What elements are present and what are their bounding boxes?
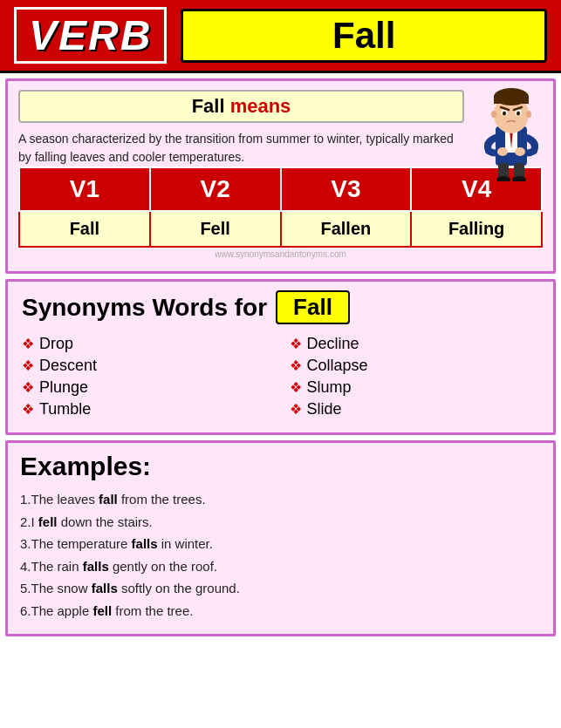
list-item: 1.The leaves fall from the trees. — [20, 488, 541, 511]
diamond-icon: ❖ — [22, 379, 34, 396]
synonym-word: Decline — [307, 335, 359, 353]
diamond-icon: ❖ — [290, 379, 302, 396]
list-item: ❖Plunge — [22, 377, 272, 398]
watermark: www.synonymsandantonyms.com — [18, 248, 543, 261]
v1-header: V1 — [19, 167, 150, 211]
list-item: 5.The snow falls softly on the ground. — [20, 577, 541, 600]
examples-content: Examples: 1.The leaves fall from the tre… — [8, 443, 553, 634]
header: VERB Fall — [0, 0, 561, 73]
means-description: A season characterized by the transition… — [18, 130, 469, 167]
synonym-word: Tumble — [39, 400, 91, 418]
svg-point-13 — [526, 111, 531, 118]
list-item: ❖Descent — [22, 355, 272, 377]
synonyms-grid: ❖Drop ❖Descent ❖Plunge ❖Tumble ❖Decline … — [22, 333, 539, 420]
svg-rect-5 — [494, 97, 529, 104]
verb-forms-header-row: V1 V2 V3 V4 — [19, 167, 542, 211]
examples-section: Examples: 1.The leaves fall from the tre… — [5, 440, 556, 636]
diamond-icon: ❖ — [22, 401, 34, 418]
means-title-box: Fall means — [18, 90, 464, 123]
v3-header: V3 — [281, 167, 412, 211]
means-section: Fall means — [5, 78, 556, 274]
synonyms-section: Synonyms Words for Fall ❖Drop ❖Descent ❖… — [5, 279, 556, 435]
svg-point-15 — [515, 147, 525, 156]
verb-forms-table: V1 V2 V3 V4 Fall Fell Fallen Falling — [18, 167, 543, 248]
diamond-icon: ❖ — [290, 357, 302, 374]
synonym-word: Drop — [39, 335, 73, 353]
v2-form: Fell — [150, 211, 281, 247]
list-item: ❖Decline — [290, 333, 540, 355]
synonyms-col2: ❖Decline ❖Collapse ❖Slump ❖Slide — [290, 333, 540, 420]
list-item: 2.I fell down the stairs. — [20, 511, 541, 534]
list-item: ❖Drop — [22, 333, 272, 355]
synonyms-title-text: Synonyms Words for — [22, 294, 267, 322]
means-word: Fall — [192, 95, 225, 117]
diamond-icon: ❖ — [22, 336, 34, 352]
synonyms-title: Synonyms Words for Fall — [22, 290, 539, 324]
synonym-word: Collapse — [307, 357, 368, 375]
diamond-icon: ❖ — [22, 357, 34, 374]
header-word: Fall — [181, 9, 547, 63]
v3-form: Fallen — [281, 211, 412, 247]
svg-point-14 — [497, 147, 508, 156]
svg-point-9 — [517, 112, 520, 116]
v1-form: Fall — [19, 211, 150, 247]
synonym-word: Plunge — [39, 378, 88, 397]
synonym-word: Slump — [307, 378, 352, 397]
svg-point-8 — [503, 112, 506, 116]
svg-point-12 — [491, 111, 496, 118]
list-item: ❖Slump — [290, 377, 540, 398]
character-illustration — [476, 81, 546, 177]
means-content: Fall means — [8, 81, 553, 271]
synonyms-col1: ❖Drop ❖Descent ❖Plunge ❖Tumble — [22, 333, 272, 420]
verb-label: VERB — [14, 7, 167, 64]
list-item: 4.The rain falls gently on the roof. — [20, 555, 541, 578]
synonym-word: Slide — [307, 400, 342, 418]
diamond-icon: ❖ — [290, 336, 302, 352]
list-item: 6.The apple fell from the tree. — [20, 600, 541, 623]
list-item: ❖Collapse — [290, 355, 540, 377]
diamond-icon: ❖ — [290, 401, 302, 418]
list-item: ❖Tumble — [22, 398, 272, 420]
list-item: 3.The temperature falls in winter. — [20, 533, 541, 555]
v4-form: Falling — [411, 211, 542, 247]
verb-forms-row: Fall Fell Fallen Falling — [19, 211, 542, 247]
v2-header: V2 — [150, 167, 281, 211]
synonym-word: Descent — [39, 357, 97, 375]
examples-title: Examples: — [20, 452, 541, 481]
list-item: ❖Slide — [290, 398, 540, 420]
synonyms-content: Synonyms Words for Fall ❖Drop ❖Descent ❖… — [8, 282, 553, 432]
synonyms-word-badge: Fall — [276, 290, 350, 324]
means-text: means — [225, 95, 291, 117]
